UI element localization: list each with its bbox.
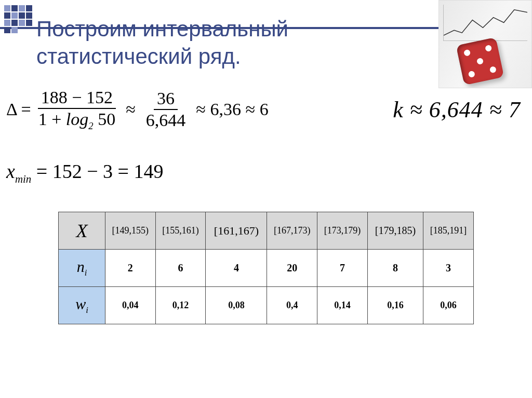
w-cell: 0,12 [155,287,206,324]
interval-cell: [155,161) [155,212,206,250]
row-header-w: wi [59,287,105,324]
delta-fraction-2: 36 6,644 [143,88,189,130]
delta-lhs: Δ = [6,100,31,119]
w-cell: 0,16 [367,287,423,324]
frequency-table-wrap: X [149,155) [155,161) [161,167) [167,173… [58,212,474,324]
w-cell: 0,14 [317,287,368,324]
n-cell: 7 [317,250,368,287]
k-equation: k ≈ 6,644 ≈ 7 [393,97,521,123]
n-cell: 4 [206,250,267,287]
interval-cell: [173,179) [317,212,368,250]
n-cell: 8 [367,250,423,287]
decorative-squares [4,5,32,33]
delta-formula-row: Δ = 188 − 152 1 + log2 50 ≈ 36 6,644 ≈ 6… [6,87,526,132]
w-cell: 0,04 [105,287,156,324]
interval-cell: [161,167) [206,212,267,250]
dice-icon [456,37,504,86]
slide-title: Построим интервальный статистический ряд… [36,16,431,70]
row-header-n: ni [59,250,105,287]
delta-frac1-denominator: 1 + log2 50 [35,109,118,132]
n-cell: 20 [267,250,317,287]
n-cell: 6 [155,250,206,287]
delta-equation: Δ = 188 − 152 1 + log2 50 ≈ 36 6,644 ≈ 6… [6,87,272,132]
xmin-rhs: = 152 − 3 = 149 [31,160,163,182]
delta-result: ≈ 6,36 ≈ 6 [193,100,271,119]
delta-frac2-numerator: 36 [154,88,178,110]
n-cell: 3 [423,250,474,287]
row-header-X: X [59,212,105,250]
approx-sign-1: ≈ [123,100,139,119]
interval-cell: [185,191] [423,212,474,250]
delta-frac2-denominator: 6,644 [143,110,189,131]
delta-fraction-1: 188 − 152 1 + log2 50 [35,87,118,132]
table-row-n: ni 2 6 4 20 7 8 3 [59,250,474,287]
xmin-var: x [6,160,15,182]
xmin-subscript: min [15,173,31,185]
xmin-equation: xmin = 152 − 3 = 149 [6,160,164,186]
decorative-photo [438,0,532,88]
frequency-table: X [149,155) [155,161) [161,167) [167,173… [58,212,474,324]
delta-frac1-numerator: 188 − 152 [38,87,116,109]
table-row-intervals: X [149,155) [155,161) [161,167) [167,173… [59,212,474,250]
stock-chart-icon [443,5,527,41]
w-cell: 0,06 [423,287,474,324]
w-cell: 0,08 [206,287,267,324]
interval-cell: [149,155) [105,212,156,250]
interval-cell: [167,173) [267,212,317,250]
interval-cell: [179,185) [367,212,423,250]
n-cell: 2 [105,250,156,287]
table-row-w: wi 0,04 0,12 0,08 0,4 0,14 0,16 0,06 [59,287,474,324]
w-cell: 0,4 [267,287,317,324]
